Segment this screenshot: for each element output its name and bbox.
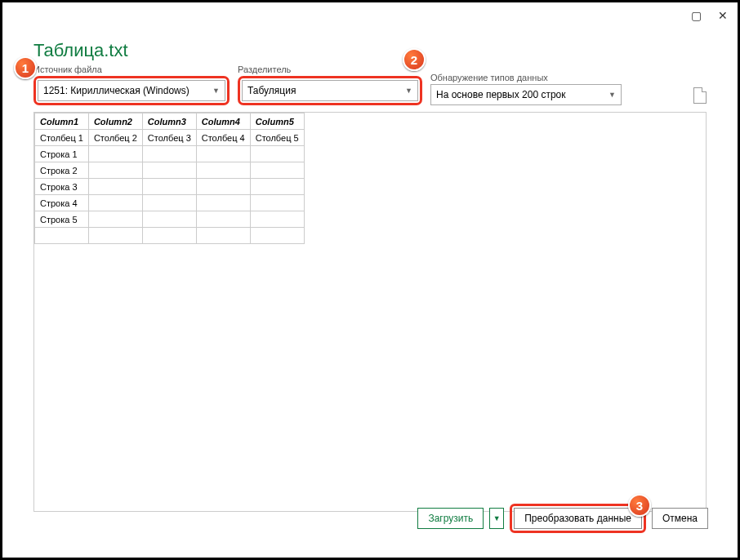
page-settings-icon[interactable] [693, 87, 707, 104]
table-cell [142, 195, 196, 211]
transform-button[interactable]: Преобразовать данные [514, 508, 642, 529]
annotation-badge-2: 2 [403, 48, 426, 71]
table-cell: Столбец 4 [196, 130, 250, 146]
source-dropdown-value: 1251: Кириллическая (Windows) [43, 85, 189, 96]
table-cell [88, 146, 142, 162]
table-cell [250, 211, 304, 228]
detect-dropdown[interactable]: На основе первых 200 строк ▼ [430, 84, 622, 105]
load-split-button[interactable]: ▼ [489, 508, 504, 529]
table-row: Строка 4 [35, 195, 305, 211]
table-row: Столбец 1Столбец 2Столбец 3Столбец 4Стол… [35, 130, 305, 146]
table-cell [88, 195, 142, 211]
table-cell [196, 195, 250, 211]
source-label: Источник файла [33, 64, 230, 74]
table-cell: Столбец 5 [250, 130, 304, 146]
maximize-icon[interactable]: ▢ [691, 9, 702, 22]
table-cell [142, 179, 196, 195]
table-cell: Строка 1 [35, 146, 89, 162]
column-header[interactable]: Column2 [88, 113, 142, 130]
table-cell [88, 162, 142, 179]
table-cell [250, 179, 304, 195]
table-cell [88, 211, 142, 228]
table-cell: Строка 2 [35, 162, 89, 179]
table-cell [35, 228, 89, 244]
table-cell [142, 228, 196, 244]
column-header[interactable]: Column1 [35, 113, 89, 130]
table-cell [250, 162, 304, 179]
table-cell: Столбец 1 [35, 130, 89, 146]
table-cell [196, 228, 250, 244]
table-cell [88, 179, 142, 195]
delimiter-label: Разделитель [238, 64, 422, 74]
table-cell [196, 211, 250, 228]
source-dropdown[interactable]: 1251: Кириллическая (Windows) ▼ [38, 80, 225, 101]
column-header[interactable]: Column4 [196, 113, 250, 130]
table-cell: Строка 3 [35, 179, 89, 195]
delimiter-dropdown[interactable]: Табуляция ▼ [242, 80, 418, 101]
table-cell [196, 179, 250, 195]
table-row: Строка 2 [35, 162, 305, 179]
chevron-down-icon: ▼ [212, 87, 220, 95]
table-cell [250, 195, 304, 211]
table-cell [88, 228, 142, 244]
table-cell [250, 146, 304, 162]
table-cell [196, 162, 250, 179]
column-header[interactable]: Column5 [250, 113, 304, 130]
chevron-down-icon: ▼ [405, 87, 412, 95]
annotation-badge-1: 1 [14, 56, 37, 79]
detect-label: Обнаружение типов данных [430, 73, 622, 82]
preview-table: Column1Column2Column3Column4Column5 Стол… [34, 113, 305, 244]
cancel-button[interactable]: Отмена [652, 508, 708, 529]
column-header[interactable]: Column3 [142, 113, 196, 130]
table-cell [142, 162, 196, 179]
table-cell [196, 146, 250, 162]
load-button[interactable]: Загрузить [417, 508, 484, 529]
annotation-badge-3: 3 [628, 494, 651, 517]
table-cell [142, 146, 196, 162]
delimiter-dropdown-value: Табуляция [247, 85, 296, 96]
table-cell: Столбец 3 [142, 130, 196, 146]
table-cell [142, 211, 196, 228]
table-cell: Столбец 2 [88, 130, 142, 146]
detect-dropdown-value: На основе первых 200 строк [436, 89, 566, 100]
close-icon[interactable]: ✕ [718, 9, 728, 22]
chevron-down-icon: ▼ [608, 91, 616, 99]
table-cell: Строка 5 [35, 211, 89, 228]
table-cell: Строка 4 [35, 195, 89, 211]
table-row [35, 228, 305, 244]
chevron-down-icon: ▼ [493, 514, 501, 522]
table-cell [250, 228, 304, 244]
table-row: Строка 5 [35, 211, 305, 228]
dialog-title: Таблица.txt [33, 40, 707, 61]
table-row: Строка 3 [35, 179, 305, 195]
table-row: Строка 1 [35, 146, 305, 162]
